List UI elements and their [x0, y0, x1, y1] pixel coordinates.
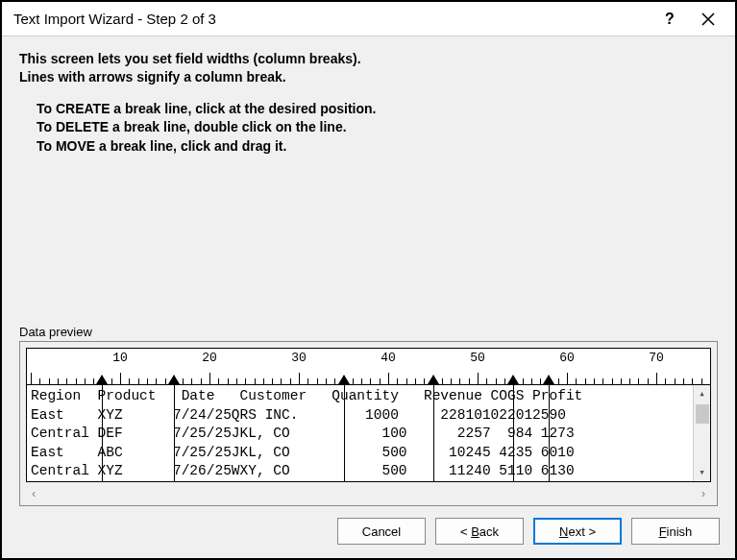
- ruler-label: 40: [381, 351, 396, 365]
- data-row: East ABC 7/25/25JKL, CO 500 10245 4235 6…: [31, 444, 710, 463]
- ruler-label: 70: [649, 351, 664, 365]
- scroll-right-icon[interactable]: ›: [701, 486, 705, 500]
- ruler-label: 50: [470, 351, 485, 365]
- ruler-label: 60: [559, 351, 575, 365]
- intro-line-2: Lines with arrows signify a column break…: [19, 68, 718, 86]
- intro-line-1: This screen lets you set field widths (c…: [19, 50, 718, 68]
- scroll-up-icon[interactable]: ▴: [694, 385, 710, 402]
- break-arrow-icon[interactable]: [168, 375, 180, 384]
- break-line[interactable]: [344, 385, 345, 481]
- next-label: Next >: [559, 524, 596, 539]
- help-button[interactable]: ?: [651, 6, 689, 33]
- ruler-label: 20: [202, 351, 217, 365]
- ruler-label: 30: [291, 351, 307, 365]
- instruction-create: To CREATE a break line, click at the des…: [37, 100, 718, 119]
- break-line[interactable]: [174, 385, 175, 481]
- back-label: < Back: [460, 524, 499, 539]
- button-row: Cancel < Back Next > Finish: [2, 506, 735, 558]
- instructions: To CREATE a break line, click at the des…: [19, 100, 718, 157]
- ruler-label: 10: [112, 351, 128, 365]
- break-line[interactable]: [513, 385, 514, 481]
- finish-label: Finish: [659, 524, 693, 539]
- data-preview-group: Data preview 10203040506070 Region Produ…: [19, 325, 718, 506]
- data-preview[interactable]: Region Product Date Customer Quantity Re…: [26, 384, 711, 482]
- data-row: Central XYZ 7/26/25WXY, CO 500 11240 511…: [31, 462, 710, 481]
- break-line[interactable]: [433, 385, 434, 481]
- titlebar: Text Import Wizard - Step 2 of 3 ?: [2, 2, 735, 37]
- break-line[interactable]: [102, 385, 103, 481]
- break-line[interactable]: [549, 385, 550, 481]
- instruction-move: To MOVE a break line, click and drag it.: [37, 137, 718, 157]
- data-preview-label: Data preview: [19, 325, 718, 339]
- scroll-thumb[interactable]: [696, 404, 709, 424]
- scroll-left-icon[interactable]: ‹: [32, 486, 36, 500]
- data-row: Region Product Date Customer Quantity Re…: [31, 387, 710, 406]
- content-area: This screen lets you set field widths (c…: [2, 37, 735, 506]
- data-row: East XYZ 7/24/25QRS INC. 1000 2281010220…: [31, 406, 710, 426]
- vertical-scrollbar[interactable]: ▴ ▾: [693, 385, 710, 481]
- close-button[interactable]: [689, 6, 727, 33]
- window-title: Text Import Wizard - Step 2 of 3: [13, 11, 651, 27]
- close-icon: [701, 12, 715, 26]
- next-button[interactable]: Next >: [533, 518, 622, 545]
- break-arrow-icon[interactable]: [338, 375, 350, 384]
- finish-button[interactable]: Finish: [631, 518, 720, 545]
- break-arrow-icon[interactable]: [428, 375, 439, 384]
- instruction-delete: To DELETE a break line, double click on …: [37, 118, 718, 137]
- break-arrow-icon[interactable]: [543, 375, 554, 384]
- break-arrow-icon[interactable]: [96, 375, 108, 384]
- data-row: Central DEF 7/25/25JKL, CO 100 2257 984 …: [31, 425, 710, 444]
- break-arrow-icon[interactable]: [507, 375, 519, 384]
- wizard-dialog: Text Import Wizard - Step 2 of 3 ? This …: [0, 0, 737, 560]
- preview-frame: 10203040506070 Region Product Date Custo…: [19, 341, 718, 506]
- cancel-button[interactable]: Cancel: [337, 518, 426, 545]
- back-button[interactable]: < Back: [435, 518, 524, 545]
- cancel-label: Cancel: [362, 524, 401, 539]
- ruler[interactable]: 10203040506070: [26, 348, 711, 384]
- scroll-down-icon[interactable]: ▾: [694, 464, 710, 481]
- horizontal-scrollbar[interactable]: ‹ ›: [26, 484, 711, 501]
